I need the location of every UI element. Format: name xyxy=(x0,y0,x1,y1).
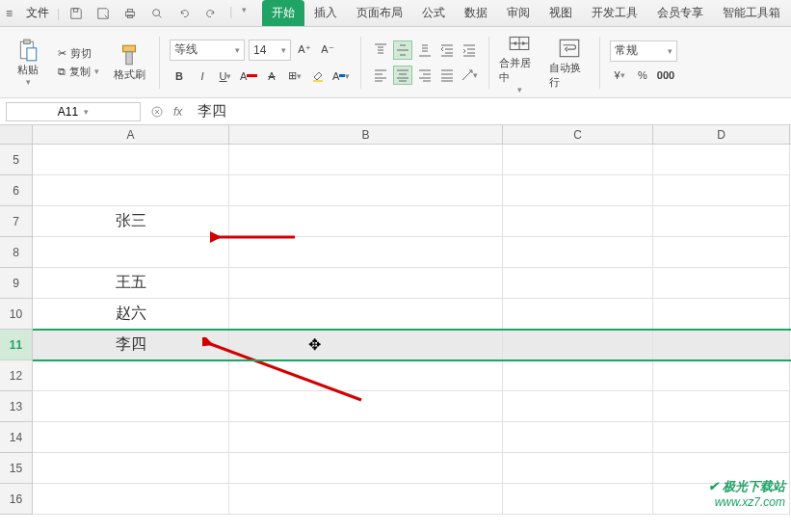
cell[interactable] xyxy=(653,237,790,268)
table-row[interactable]: 16 xyxy=(0,484,791,515)
qat-dropdown-icon[interactable]: ▾ xyxy=(242,5,247,22)
cell[interactable] xyxy=(503,330,653,360)
table-row[interactable]: 13 xyxy=(0,391,791,422)
copy-button[interactable]: ⧉复制▾ xyxy=(58,65,99,79)
row-header[interactable]: 8 xyxy=(0,237,33,268)
cell[interactable] xyxy=(229,360,503,391)
indent-decrease-icon[interactable] xyxy=(437,40,457,60)
row-header[interactable]: 13 xyxy=(0,391,33,422)
cell[interactable]: 王五 xyxy=(33,268,229,299)
cell[interactable] xyxy=(653,391,790,422)
redo-icon[interactable] xyxy=(202,5,220,22)
cell[interactable] xyxy=(229,175,503,206)
row-header[interactable]: 11 xyxy=(0,330,33,360)
cancel-icon[interactable] xyxy=(150,105,164,119)
cell[interactable] xyxy=(503,484,653,515)
table-row[interactable]: 7张三 xyxy=(0,206,791,237)
table-row[interactable]: 14 xyxy=(0,422,791,453)
table-row[interactable]: 8 xyxy=(0,237,791,268)
cell[interactable] xyxy=(229,391,503,422)
strikethrough-button[interactable]: A xyxy=(262,66,281,86)
cell[interactable] xyxy=(653,360,790,391)
cell[interactable] xyxy=(503,391,653,422)
row-header[interactable]: 16 xyxy=(0,484,33,515)
column-header-b[interactable]: B xyxy=(229,125,503,144)
cell[interactable] xyxy=(33,360,229,391)
cell[interactable] xyxy=(33,484,229,515)
row-header[interactable]: 12 xyxy=(0,360,33,391)
cell[interactable] xyxy=(33,391,229,422)
cell[interactable] xyxy=(229,237,503,268)
font-color-button[interactable]: A xyxy=(239,66,258,86)
decrease-font-icon[interactable]: A⁻ xyxy=(318,40,337,60)
comma-icon[interactable]: 000 xyxy=(656,66,675,85)
currency-icon[interactable]: ¥▾ xyxy=(610,66,629,85)
cell[interactable] xyxy=(33,175,229,206)
column-header-d[interactable]: D xyxy=(653,125,790,144)
cell[interactable] xyxy=(503,268,653,299)
cell[interactable] xyxy=(653,175,790,206)
fx-icon[interactable]: fx xyxy=(173,105,182,119)
file-menu[interactable]: 文件 xyxy=(18,5,57,21)
print-preview-icon[interactable] xyxy=(148,5,166,22)
align-top-icon[interactable] xyxy=(371,40,390,60)
table-row[interactable]: 12 xyxy=(0,360,791,391)
menu-icon[interactable]: ≡ xyxy=(0,7,18,20)
tab-view[interactable]: 视图 xyxy=(540,0,582,26)
tab-start[interactable]: 开始 xyxy=(262,0,304,26)
cell[interactable] xyxy=(33,237,229,268)
align-right-icon[interactable] xyxy=(415,66,435,85)
formula-input[interactable]: 李四 xyxy=(192,102,791,120)
cell[interactable] xyxy=(503,206,653,237)
cell[interactable] xyxy=(503,299,653,330)
cell[interactable]: 张三 xyxy=(33,206,229,237)
cell[interactable] xyxy=(33,453,229,484)
column-header-a[interactable]: A xyxy=(33,125,229,144)
font-name-combo[interactable]: 等线▾ xyxy=(170,40,245,61)
border-button[interactable]: ⊞▾ xyxy=(285,66,304,86)
align-left-icon[interactable] xyxy=(371,66,390,85)
tab-dev[interactable]: 开发工具 xyxy=(582,0,647,26)
cell[interactable] xyxy=(229,422,503,453)
font-size-combo[interactable]: 14▾ xyxy=(249,40,291,61)
row-header[interactable]: 14 xyxy=(0,422,33,453)
justify-icon[interactable] xyxy=(437,66,457,85)
font-effects-button[interactable]: A▾ xyxy=(331,66,351,86)
cell[interactable] xyxy=(229,330,503,360)
format-painter-button[interactable]: 格式刷 xyxy=(109,42,149,82)
column-header-c[interactable]: C xyxy=(503,125,653,144)
italic-button[interactable]: I xyxy=(193,66,212,86)
table-row[interactable]: 9王五 xyxy=(0,268,791,299)
cell[interactable]: 李四 xyxy=(33,330,229,360)
cell[interactable] xyxy=(653,206,790,237)
undo-icon[interactable] xyxy=(175,5,193,22)
cell[interactable] xyxy=(229,484,503,515)
tab-insert[interactable]: 插入 xyxy=(304,0,347,26)
row-header[interactable]: 15 xyxy=(0,453,33,484)
paste-button[interactable]: 粘贴 ▾ xyxy=(8,38,48,87)
select-all-corner[interactable] xyxy=(0,125,33,144)
merge-center-button[interactable]: 合并居中 ▾ xyxy=(499,31,540,94)
tab-member[interactable]: 会员专享 xyxy=(647,0,713,26)
orientation-icon[interactable]: ▾ xyxy=(460,66,479,85)
cell[interactable] xyxy=(229,145,503,175)
save-as-icon[interactable] xyxy=(94,5,112,22)
table-row[interactable]: 5 xyxy=(0,145,791,175)
row-header[interactable]: 9 xyxy=(0,268,33,299)
cell[interactable] xyxy=(503,453,653,484)
cell[interactable] xyxy=(229,268,503,299)
tab-data[interactable]: 数据 xyxy=(455,0,497,26)
cell[interactable] xyxy=(229,299,503,330)
percent-icon[interactable]: % xyxy=(633,66,652,85)
name-box[interactable]: A11 ▾ xyxy=(6,102,141,121)
row-header[interactable]: 7 xyxy=(0,206,33,237)
number-format-combo[interactable]: 常规▾ xyxy=(610,40,677,62)
row-header[interactable]: 5 xyxy=(0,145,33,175)
table-row[interactable]: 11李四 xyxy=(0,330,791,360)
tab-formula[interactable]: 公式 xyxy=(412,0,455,26)
cut-button[interactable]: ✂剪切 xyxy=(58,46,92,61)
bold-button[interactable]: B xyxy=(170,66,189,86)
align-middle-icon[interactable] xyxy=(393,40,412,60)
table-row[interactable]: 6 xyxy=(0,175,791,206)
cell[interactable] xyxy=(653,145,790,175)
